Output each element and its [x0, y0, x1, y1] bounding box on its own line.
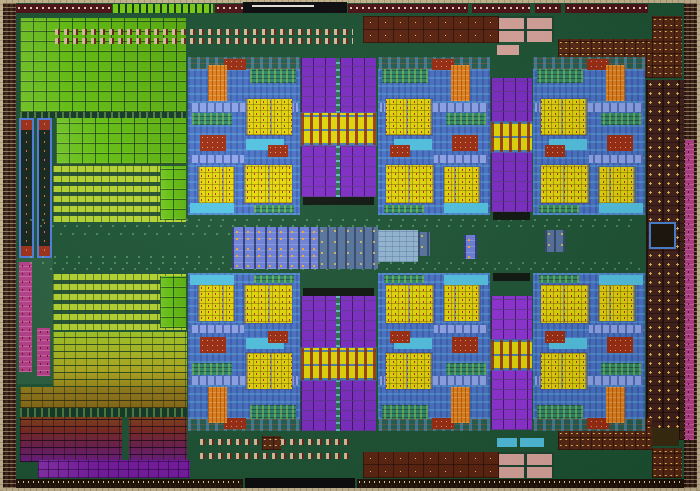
core-cyan-2: [444, 275, 488, 285]
core-sram-1: [541, 99, 587, 135]
core-sram-2: [198, 285, 234, 321]
core-teal-1: [382, 405, 428, 419]
blue-pad-column-2: [37, 118, 52, 258]
blue-pad-column-1: [19, 118, 34, 258]
gold-block-bottom-small: [262, 436, 281, 450]
core-teal-3: [254, 205, 294, 213]
core-cyan-2: [599, 275, 643, 285]
pad-ring-top-d: [472, 4, 530, 13]
core-red-2: [200, 337, 226, 353]
core-orange: [208, 65, 227, 101]
core-sram-1: [386, 99, 432, 135]
pink-pads-bottom: [499, 452, 554, 478]
core-band-2: [434, 325, 488, 333]
core-cyan-2: [599, 203, 643, 213]
core-sram-3: [244, 165, 292, 203]
pad-ring-top-b: [215, 4, 243, 13]
core-orange: [208, 387, 227, 423]
core-teal-2: [192, 363, 232, 375]
core-sram-3: [386, 285, 434, 323]
core-sram-3: [541, 165, 589, 203]
core-band-2: [589, 325, 643, 333]
core-teal-3: [254, 275, 294, 283]
core-sram-2: [444, 167, 480, 203]
core-red-3: [390, 331, 410, 343]
pad-row-bottom-2: [200, 453, 350, 459]
l3-purple-band: [38, 460, 190, 478]
northbridge-sram: [378, 230, 418, 262]
core-orange: [606, 65, 625, 101]
frame-top: [0, 0, 700, 3]
l3-cache-bottom-c: [20, 417, 187, 462]
core-sram-2: [198, 167, 234, 203]
marking-strip-bottom: [245, 478, 355, 488]
core-red-1: [224, 59, 246, 70]
l3-cache-top-lower: [56, 118, 186, 164]
magenta-edge-strip: [685, 140, 694, 440]
pink-pads-top: [499, 16, 554, 42]
core-teal-1: [250, 69, 296, 83]
pad-ring-top-c: [348, 4, 468, 13]
cpu-die-photo: [0, 0, 700, 491]
northbridge-tail: [418, 232, 430, 256]
corner-pads-bottom-right: [652, 448, 682, 478]
core-red-3: [545, 331, 565, 343]
l3-bottom-divider: [20, 408, 187, 417]
pad-block-bottom: [363, 452, 499, 478]
core-teal-1: [537, 69, 583, 83]
pad-row-top-2: [55, 38, 353, 44]
core-teal-1: [537, 405, 583, 419]
io-block-right: [649, 222, 676, 249]
core-cyan-2: [190, 275, 234, 285]
northbridge-logic: [318, 227, 378, 269]
core-teal-2: [446, 363, 486, 375]
interface-bar-3: [303, 288, 374, 296]
cpu-core-3: [533, 57, 645, 215]
tag-cap-upper: [160, 166, 186, 220]
tag-cap-lower: [160, 276, 186, 328]
magenta-pad-column-1: [19, 262, 32, 372]
pad-row-top-1: [55, 29, 353, 35]
core-band-2: [434, 155, 488, 163]
cpu-core-2: [378, 57, 490, 215]
cpu-core-1: [188, 57, 300, 215]
marking-line: [252, 5, 314, 7]
core-sram-1: [246, 353, 292, 389]
core-sram-3: [541, 285, 589, 323]
pad-ring-bottom-a: [16, 479, 243, 488]
l3-cache-bottom-b: [20, 387, 187, 408]
core-teal-2: [192, 113, 232, 125]
core-teal-3: [384, 275, 424, 283]
core-orange: [451, 65, 470, 101]
marking-strip-top: [243, 2, 347, 13]
ddr-phy-band: [646, 80, 684, 440]
core-teal-1: [250, 405, 296, 419]
core-orange: [606, 387, 625, 423]
core-red-3: [268, 145, 288, 157]
interface-bar-1: [303, 197, 374, 205]
core-sram-1: [386, 353, 432, 389]
northbridge-crossbar: [232, 227, 318, 269]
core-red-2: [452, 135, 478, 151]
l2-yellow-band-right-bottom: [491, 340, 532, 370]
pad-block-top: [363, 16, 499, 43]
core-orange: [451, 387, 470, 423]
l3-cache-bottom-a: [53, 332, 187, 387]
pad-ring-top-green: [113, 4, 213, 13]
core-band-2: [589, 155, 643, 163]
cpu-core-5: [378, 273, 490, 431]
cyan-block-2: [520, 438, 544, 447]
cpu-core-4: [188, 273, 300, 431]
core-teal-3: [539, 205, 579, 213]
speck-row-1: [30, 219, 640, 221]
cpu-core-6: [533, 273, 645, 431]
pink-pad-small: [497, 45, 519, 55]
core-red-3: [268, 331, 288, 343]
core-red-3: [390, 145, 410, 157]
northbridge-right: [545, 230, 565, 252]
cyan-block-1: [497, 438, 517, 447]
interface-bar-4: [493, 273, 530, 281]
magenta-pad-column-2: [37, 328, 50, 376]
pad-ring-top-e: [535, 4, 561, 13]
core-red-2: [607, 337, 633, 353]
